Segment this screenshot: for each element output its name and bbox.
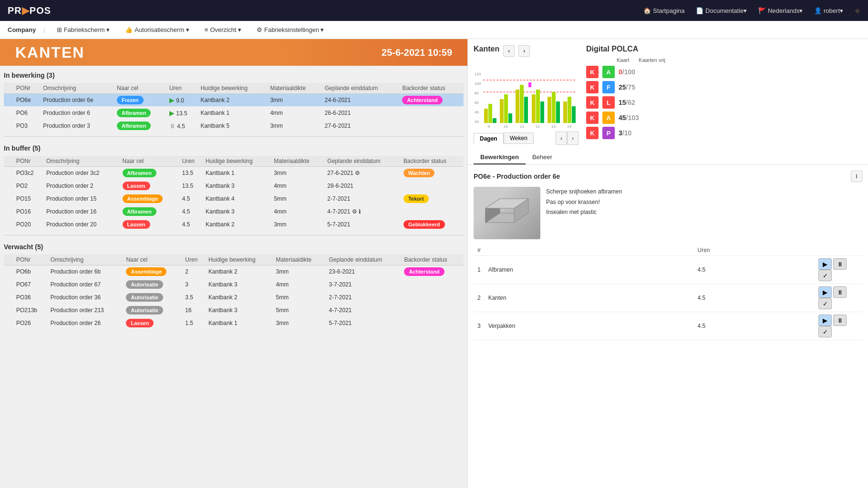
col-omschrijving: Omschrijving: [43, 156, 120, 167]
huidige-bew-cell: Kantbank 1: [197, 107, 267, 120]
col-uren: Uren: [182, 254, 206, 265]
status-cell: [401, 205, 464, 218]
polca-a-letter: A: [602, 66, 615, 78]
pause-button-3[interactable]: ⏸: [833, 315, 847, 326]
language-selector[interactable]: 🚩 Nederlands▾: [758, 7, 803, 14]
weken-button[interactable]: Weken: [504, 132, 534, 144]
polca-k-label: K: [586, 96, 599, 109]
omschrijving-cell: Production order 6b: [48, 265, 124, 278]
section-divider-1: [4, 136, 464, 137]
einddatum-cell: 4-7-2021: [326, 304, 402, 317]
svg-text:40: 40: [475, 110, 479, 114]
svg-rect-13: [504, 94, 508, 123]
fabriekscherm-menu[interactable]: ⊞ Fabriekscherm ▾: [53, 26, 114, 33]
fabrieksinstellingen-menu[interactable]: ⚙ Fabrieksinstellingen ▾: [253, 26, 328, 33]
table-row[interactable]: PO3c2 Production order 3c2 Afbramen 13.5…: [4, 167, 464, 180]
col-num: [4, 156, 13, 167]
polca-section: Digital POLCA Kaart Kaarten vrij K A 0/1…: [586, 45, 862, 139]
check-button-1[interactable]: ✓: [818, 270, 832, 281]
play-button-2[interactable]: ▶: [818, 286, 832, 298]
bew-name: Verpakken: [485, 312, 694, 340]
note-3: Insealen met plastic: [546, 207, 862, 218]
uren-cell: 13.5: [179, 167, 203, 180]
gear-icon: ⚙: [355, 170, 360, 176]
table-row[interactable]: PO26 Production order 26 Lassen 1.5 Kant…: [4, 317, 464, 330]
kanten-prev-button[interactable]: ‹: [503, 45, 515, 57]
user-menu[interactable]: 👤 robert▾: [814, 7, 843, 14]
play-button-3[interactable]: ▶: [818, 315, 832, 326]
left-panel: KANTEN 25-6-2021 10:59 In bewerking (3) …: [0, 39, 467, 488]
svg-text:11: 11: [520, 124, 524, 128]
table-row[interactable]: PO3 Production order 3 Afbramen ⏸ 4.5 Ka…: [4, 120, 464, 132]
in-buffer-section: In buffer (5) PONr Omschrijving Naar cel…: [0, 139, 467, 233]
col-num: [4, 254, 13, 265]
naar-cel-cell: Lassen: [120, 180, 179, 193]
naar-cel-cell: Afbramen: [114, 120, 166, 132]
right-panel: Kanten ‹ › 20 40 60 80 100 120: [467, 39, 868, 488]
order-detail: PO6e - Production order 6e i Scherpe sni…: [468, 165, 868, 346]
ponr-cell: PO67: [13, 278, 48, 291]
table-row[interactable]: PO6e Production order 6e Frezen ▶ 9.0 Ka…: [4, 94, 464, 107]
time-next-button[interactable]: ›: [567, 132, 579, 145]
col-naar-cel: Naar cel: [123, 254, 182, 265]
dagen-button[interactable]: Dagen: [474, 133, 504, 144]
table-row[interactable]: PO6b Production order 6b Assemblage 2 Ka…: [4, 265, 464, 278]
huidige-bew-cell: Kantbank 1: [203, 167, 271, 180]
table-row[interactable]: PO2 Production order 2 Lassen 13.5 Kantb…: [4, 180, 464, 193]
company-label: Company: [8, 26, 36, 33]
svg-rect-14: [508, 113, 512, 123]
status-cell: [401, 304, 464, 317]
kanten-next-button[interactable]: ›: [518, 45, 530, 57]
materiaal-cell: 3mm: [273, 317, 326, 330]
huidige-bew-cell: Kantbank 4: [203, 193, 271, 205]
table-row[interactable]: PO67 Production order 67 Autorisatie 3 K…: [4, 278, 464, 291]
tab-beheer[interactable]: Beheer: [526, 151, 559, 164]
col-num: [4, 83, 13, 94]
startpagina-link[interactable]: 🏠 Startpagina: [643, 7, 684, 14]
naar-cel-cell: Assemblage: [123, 265, 182, 278]
time-prev-button[interactable]: ‹: [556, 132, 567, 145]
check-button-3[interactable]: ✓: [818, 326, 832, 337]
table-row[interactable]: PO20 Production order 20 Lassen 4.5 Kant…: [4, 218, 464, 231]
materiaal-cell: 5mm: [271, 193, 324, 205]
tab-bewerkingen[interactable]: Bewerkingen: [474, 151, 526, 164]
table-row[interactable]: PO36 Production order 36 Autorisatie 3.5…: [4, 291, 464, 304]
col-omschrijving: Omschrijving: [48, 254, 124, 265]
play-button-1[interactable]: ▶: [818, 258, 832, 270]
order-title-text: PO6e - Production order 6e: [474, 173, 560, 180]
order-image: [474, 187, 540, 239]
ponr-cell: PO15: [13, 193, 43, 205]
kaart-header: Kaart: [617, 57, 629, 63]
table-row[interactable]: PO15 Production order 15 Assemblage 4.5 …: [4, 193, 464, 205]
bew-row: 2 Kanten 4.5 ▶ ⏸ ✓: [474, 284, 862, 312]
polca-cards: K A 0/100 K F 25/75 K L 15/62: [586, 66, 862, 139]
einddatum-cell: 2-7-2021: [324, 193, 401, 205]
row-num: [4, 120, 13, 132]
svg-rect-15: [516, 90, 519, 123]
huidige-bew-cell: Kantbank 2: [203, 218, 271, 231]
pause-button-1[interactable]: ⏸: [833, 258, 847, 270]
col-materiaal: Materiaaldikte: [267, 83, 321, 94]
huidige-bew-cell: Kantbank 3: [203, 180, 271, 193]
autorisatiescherm-label: Autorisatiescherm ▾: [134, 26, 189, 33]
bew-num: 3: [474, 312, 485, 340]
uren-cell: 3: [182, 278, 206, 291]
polca-count: 45/103: [619, 114, 639, 122]
materiaal-cell: 4mm: [267, 107, 321, 120]
pause-button-2[interactable]: ⏸: [833, 286, 847, 298]
omschrijving-cell: Production order 15: [43, 193, 120, 205]
col-uren: Uren: [179, 156, 203, 167]
play-icon: ▶: [169, 109, 175, 117]
row-num: [4, 107, 13, 120]
autorisatiescherm-menu[interactable]: 👍 Autorisatiescherm ▾: [121, 26, 193, 33]
order-info-button[interactable]: i: [851, 171, 862, 182]
table-row[interactable]: PO16 Production order 16 Afbramen 4.5 Ka…: [4, 205, 464, 218]
table-row[interactable]: PO213b Production order 213 Autorisatie …: [4, 304, 464, 317]
overzicht-menu[interactable]: ≡ Overzicht ▾: [201, 26, 245, 33]
uren-cell: 4.5: [179, 193, 203, 205]
naar-cel-cell: Afbramen: [120, 205, 179, 218]
table-row[interactable]: PO6 Production order 6 Afbramen ▶ 13.5 K…: [4, 107, 464, 120]
documentatie-link[interactable]: 📄 Documentatie▾: [696, 7, 747, 14]
uren-cell: 4.5: [179, 205, 203, 218]
check-button-2[interactable]: ✓: [818, 298, 832, 309]
